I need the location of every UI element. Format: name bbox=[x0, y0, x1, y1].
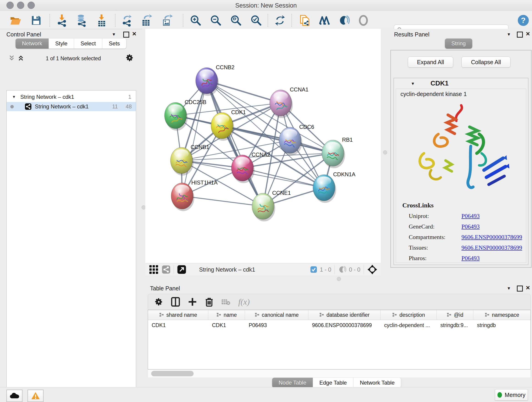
export-image-button[interactable] bbox=[161, 14, 173, 26]
tab-network-table[interactable]: Network Table bbox=[354, 378, 401, 388]
float-panel-button[interactable]: ▼ bbox=[112, 32, 116, 37]
close-panel-button[interactable]: ✕ bbox=[526, 285, 530, 291]
left-splitter[interactable] bbox=[142, 29, 145, 380]
expand-all-button[interactable]: Expand All bbox=[408, 57, 453, 68]
warnings-button[interactable] bbox=[27, 390, 44, 402]
hide-selected-button[interactable] bbox=[338, 14, 350, 26]
network-node-CDC25B[interactable]: CDC25B bbox=[165, 99, 206, 131]
show-columns-button[interactable] bbox=[171, 297, 180, 307]
zoom-fit-button[interactable] bbox=[230, 14, 242, 26]
show-all-button[interactable] bbox=[357, 14, 369, 26]
right-splitter[interactable] bbox=[381, 29, 389, 275]
network-node-CCNA2[interactable]: CCNA2 bbox=[231, 152, 270, 183]
export-network-button[interactable] bbox=[121, 14, 133, 26]
import-network-from-file-button[interactable] bbox=[56, 14, 68, 26]
memory-button[interactable]: Memory bbox=[495, 389, 528, 401]
close-panel-button[interactable]: ✕ bbox=[526, 31, 530, 37]
crosslink-compartments-link[interactable]: 9606.ENSP00000378699 bbox=[462, 234, 522, 241]
float-panel-button[interactable]: ▼ bbox=[507, 32, 511, 37]
network-row[interactable]: String Network – cdk1 11 48 bbox=[7, 102, 136, 111]
network-edge[interactable] bbox=[182, 81, 207, 196]
crosslink-pharos-link[interactable]: P06493 bbox=[462, 255, 480, 262]
table-cell[interactable]: CDK1 bbox=[208, 322, 245, 328]
first-neighbors-button[interactable] bbox=[319, 14, 331, 26]
close-panel-button[interactable]: ✕ bbox=[132, 31, 137, 37]
network-collection-row[interactable]: ▼ String Network – cdk1 1 bbox=[7, 92, 136, 102]
create-column-button[interactable] bbox=[188, 297, 197, 306]
column-header[interactable]: @id bbox=[437, 310, 473, 320]
column-header[interactable]: database identifier bbox=[308, 310, 380, 320]
float-panel-button[interactable]: ▼ bbox=[507, 286, 511, 291]
collapse-all-networks-button[interactable] bbox=[8, 55, 15, 62]
table-cell[interactable]: stringdb bbox=[473, 322, 530, 328]
tab-style[interactable]: Style bbox=[49, 38, 74, 49]
fit-content-crosshair-button[interactable] bbox=[367, 264, 378, 275]
crosslink-tissues-link[interactable]: 9606.ENSP00000378699 bbox=[462, 244, 522, 251]
function-builder-button[interactable]: f(x) bbox=[238, 297, 250, 307]
table-options-gear-button[interactable] bbox=[154, 298, 163, 306]
scrollbar-thumb[interactable] bbox=[151, 371, 194, 376]
table-cell[interactable]: cyclin-dependent ... bbox=[380, 322, 437, 328]
table-cell[interactable]: CDK1 bbox=[148, 322, 208, 328]
network-edge[interactable] bbox=[222, 126, 333, 153]
network-node-CCNB2[interactable]: CCNB2 bbox=[196, 64, 234, 96]
table-cell[interactable]: stringdb:9... bbox=[437, 322, 473, 328]
tab-edge-table[interactable]: Edge Table bbox=[313, 378, 354, 388]
table-cell[interactable]: P06493 bbox=[245, 322, 308, 328]
column-header[interactable]: shared name bbox=[148, 310, 208, 320]
delete-table-button[interactable] bbox=[221, 298, 230, 306]
network-node-CCNE1[interactable]: CCNE1 bbox=[252, 190, 291, 221]
network-panel-options-button[interactable] bbox=[126, 54, 134, 63]
tab-sets[interactable]: Sets bbox=[102, 38, 126, 49]
maximize-panel-button[interactable] bbox=[517, 32, 523, 38]
network-canvas[interactable]: CCNB2CCNA1CDC25BCDK1CDC6RB1CCNB1CCNA2CDK… bbox=[145, 29, 381, 263]
cloud-status-button[interactable] bbox=[6, 390, 22, 402]
table-row[interactable]: CDK1 CDK1 P06493 9606.ENSP00000378699 cy… bbox=[148, 320, 530, 331]
birds-eye-view-button[interactable] bbox=[177, 265, 186, 274]
apply-layout-button[interactable] bbox=[274, 14, 286, 26]
tab-select[interactable]: Select bbox=[74, 38, 102, 49]
column-header[interactable]: namespace bbox=[473, 310, 530, 320]
section-expander-icon[interactable]: ▼ bbox=[411, 81, 415, 86]
selected-checkbox-icon[interactable] bbox=[310, 266, 317, 273]
network-view-list-button[interactable] bbox=[162, 265, 171, 274]
column-header[interactable]: canonical name bbox=[245, 310, 308, 320]
open-file-button[interactable] bbox=[10, 14, 22, 26]
expand-all-networks-button[interactable] bbox=[17, 55, 24, 62]
table-cell[interactable]: 9606.ENSP00000378699 bbox=[308, 322, 380, 328]
zoom-in-button[interactable] bbox=[190, 14, 202, 26]
network-node-CDKN1A[interactable]: CDKN1A bbox=[313, 171, 355, 203]
tab-network[interactable]: Network bbox=[16, 38, 49, 49]
zoom-selected-button[interactable] bbox=[250, 14, 262, 26]
crosslink-genecard-link[interactable]: P06493 bbox=[462, 223, 480, 230]
maximize-panel-button[interactable] bbox=[517, 286, 523, 292]
table-horizontal-scrollbar[interactable] bbox=[148, 370, 530, 377]
import-network-from-database-button[interactable] bbox=[76, 14, 88, 26]
network-node-CDK1[interactable]: CDK1 bbox=[211, 109, 246, 141]
column-header[interactable]: description bbox=[380, 310, 437, 320]
zoom-out-button[interactable] bbox=[210, 14, 222, 26]
tab-node-table[interactable]: Node Table bbox=[272, 378, 313, 388]
export-table-button[interactable] bbox=[141, 14, 152, 26]
save-session-button[interactable] bbox=[30, 14, 42, 26]
help-button[interactable]: ? bbox=[517, 14, 529, 26]
network-edge[interactable] bbox=[207, 81, 263, 206]
right-splitter-knob[interactable] bbox=[383, 150, 387, 154]
network-node-HIST1H1A[interactable]: HIST1H1A bbox=[171, 179, 218, 211]
new-network-from-selection-button[interactable] bbox=[299, 14, 311, 26]
maximize-panel-button[interactable] bbox=[123, 32, 129, 38]
network-node-CCNB1[interactable]: CCNB1 bbox=[171, 144, 209, 176]
column-header[interactable]: name bbox=[208, 310, 245, 320]
network-graph[interactable]: CCNB2CCNA1CDC25BCDK1CDC6RB1CCNB1CCNA2CDK… bbox=[145, 29, 381, 263]
collapse-all-button[interactable]: Collapse All bbox=[462, 57, 510, 68]
network-node-CCNA1[interactable]: CCNA1 bbox=[270, 86, 308, 118]
grid-view-button[interactable] bbox=[149, 265, 158, 274]
import-table-from-file-button[interactable] bbox=[96, 14, 108, 26]
crosslink-uniprot-link[interactable]: P06493 bbox=[462, 213, 480, 220]
delete-column-button[interactable] bbox=[205, 297, 214, 307]
horizontal-splitter[interactable] bbox=[142, 275, 532, 282]
collection-expander-icon[interactable]: ▼ bbox=[12, 95, 16, 99]
tab-string[interactable]: String bbox=[445, 38, 472, 49]
network-node-RB1[interactable]: RB1 bbox=[322, 137, 353, 168]
horizontal-splitter-knob[interactable] bbox=[337, 277, 341, 281]
